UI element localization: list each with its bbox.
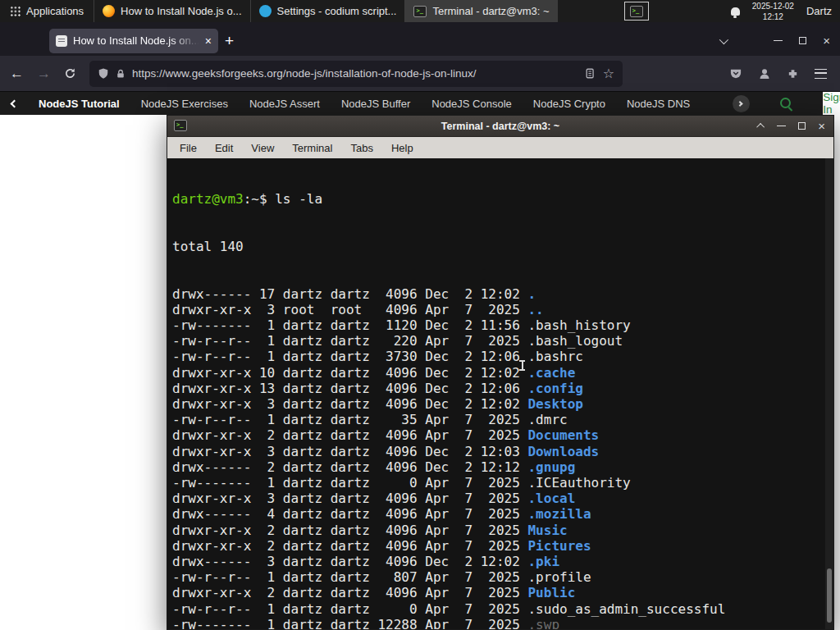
browser-tab[interactable]: How to Install Node.js on... × bbox=[49, 29, 218, 53]
terminal-close-button[interactable]: × bbox=[818, 120, 825, 132]
sitenav-item-nodejs-assert[interactable]: NodeJS Assert bbox=[249, 98, 320, 110]
terminal-listing-line: drwxr-xr-x 3 dartz dartz 4096 Dec 2 12:0… bbox=[172, 396, 824, 412]
tab-favicon-icon bbox=[56, 35, 67, 47]
terminal-listing-line: -rw-r--r-- 1 dartz dartz 807 Apr 7 2025 … bbox=[172, 569, 824, 585]
window-close-button[interactable]: × bbox=[823, 34, 830, 47]
subnav-scroll-right-button[interactable] bbox=[733, 95, 750, 112]
text-cursor-icon bbox=[522, 360, 523, 371]
back-button[interactable]: ← bbox=[10, 66, 24, 80]
firefox-icon bbox=[103, 5, 115, 17]
clock-time: 12:12 bbox=[752, 11, 794, 22]
terminal-listing-line: -rw-r--r-- 1 dartz dartz 0 Apr 7 2025 .s… bbox=[172, 601, 824, 617]
taskbar-item-label: Terminal - dartz@vm3: ~ bbox=[432, 5, 549, 17]
prompt-user-host: dartz@vm3 bbox=[172, 191, 244, 207]
terminal-listing-line: drwx------ 4 dartz dartz 4096 Apr 7 2025… bbox=[172, 506, 824, 522]
site-subnav: NodeJS Tutorial NodeJS Exercises NodeJS … bbox=[0, 92, 840, 115]
terminal-listing: drwx------ 17 dartz dartz 4096 Dec 2 12:… bbox=[172, 286, 824, 629]
terminal-menu-help[interactable]: Help bbox=[384, 139, 421, 157]
toolbar-icons bbox=[729, 67, 830, 80]
list-all-tabs-icon[interactable] bbox=[719, 34, 728, 43]
applications-label: Applications bbox=[26, 5, 84, 17]
window-controls: × bbox=[719, 34, 840, 47]
url-text[interactable]: https://www.geeksforgeeks.org/node-js/in… bbox=[132, 67, 578, 80]
user-menu[interactable]: Dartz bbox=[806, 5, 832, 17]
terminal-maximize-button[interactable] bbox=[798, 122, 806, 130]
terminal-menu-terminal[interactable]: Terminal bbox=[285, 139, 340, 157]
lock-icon[interactable] bbox=[116, 68, 126, 80]
terminal-listing-line: drwxr-xr-x 13 dartz dartz 4096 Dec 2 12:… bbox=[172, 381, 824, 396]
applications-grid-icon bbox=[10, 6, 21, 16]
terminal-listing-line: drwxr-xr-x 2 dartz dartz 4096 Apr 7 2025… bbox=[172, 585, 824, 600]
terminal-menu-file[interactable]: File bbox=[172, 139, 204, 157]
codium-icon bbox=[259, 5, 272, 17]
terminal-total-line: total 140 bbox=[172, 239, 824, 254]
terminal-title: Terminal - dartz@vm3: ~ bbox=[167, 116, 833, 137]
taskbar-item-codium[interactable]: Settings - codium script... bbox=[251, 0, 405, 22]
clock-date: 2025-12-02 bbox=[752, 1, 794, 11]
reader-mode-icon[interactable] bbox=[585, 67, 596, 80]
terminal-titlebar[interactable]: Terminal - dartz@vm3: ~ × bbox=[167, 116, 833, 137]
terminal-menu-edit[interactable]: Edit bbox=[208, 139, 240, 157]
terminal-window: Terminal - dartz@vm3: ~ × File Edit View… bbox=[167, 115, 834, 630]
forward-button[interactable]: → bbox=[37, 66, 51, 80]
sitenav-item-nodejs-console[interactable]: NodeJS Console bbox=[431, 98, 512, 110]
tab-title: How to Install Node.js on... bbox=[73, 34, 199, 47]
terminal-listing-line: drwxr-xr-x 2 dartz dartz 4096 Apr 7 2025… bbox=[172, 538, 824, 554]
terminal-icon bbox=[413, 6, 427, 17]
terminal-scrollbar-thumb[interactable] bbox=[827, 568, 832, 623]
desktop: Applications How to Install Node.js o...… bbox=[0, 0, 840, 630]
terminal-listing-line: drwx------ 17 dartz dartz 4096 Dec 2 12:… bbox=[172, 286, 824, 302]
terminal-listing-line: drwxr-xr-x 10 dartz dartz 4096 Dec 2 12:… bbox=[172, 365, 824, 381]
terminal-minimize-button[interactable] bbox=[777, 126, 786, 127]
taskbar-item-terminal[interactable]: Terminal - dartz@vm3: ~ bbox=[405, 0, 557, 22]
subnav-back-chevron-icon[interactable] bbox=[11, 99, 19, 107]
window-minimize-button[interactable] bbox=[774, 40, 783, 42]
terminal-menu-tabs[interactable]: Tabs bbox=[343, 139, 380, 157]
terminal-listing-line: drwxr-xr-x 2 dartz dartz 4096 Apr 7 2025… bbox=[172, 427, 824, 443]
top-panel: Applications How to Install Node.js o...… bbox=[0, 0, 840, 22]
terminal-icon bbox=[630, 6, 643, 17]
new-tab-button[interactable]: + bbox=[225, 33, 234, 48]
terminal-listing-line: drwxr-xr-x 3 dartz dartz 4096 Dec 2 12:0… bbox=[172, 444, 824, 459]
search-icon[interactable] bbox=[779, 97, 793, 111]
terminal-menu-view[interactable]: View bbox=[244, 139, 281, 157]
sitenav-item-nodejs-exercises[interactable]: NodeJS Exercises bbox=[141, 98, 228, 110]
pocket-icon[interactable] bbox=[729, 67, 742, 80]
sitenav-item-nodejs-dns[interactable]: NodeJS DNS bbox=[627, 98, 690, 110]
taskbar-item-firefox[interactable]: How to Install Node.js o... bbox=[94, 0, 249, 22]
reload-icon bbox=[64, 67, 76, 80]
terminal-scrollbar[interactable] bbox=[825, 158, 833, 629]
notification-bell-icon[interactable] bbox=[731, 7, 740, 16]
bookmark-star-icon[interactable]: ☆ bbox=[603, 67, 614, 80]
sitenav-item-nodejs-crypto[interactable]: NodeJS Crypto bbox=[533, 98, 605, 110]
navigation-toolbar: ← → https://www.geeksforgeeks.org/node-j… bbox=[0, 56, 840, 92]
sitenav-item-nodejs-tutorial[interactable]: NodeJS Tutorial bbox=[39, 98, 120, 110]
sign-in-button[interactable]: Sign In bbox=[823, 92, 840, 115]
prompt-suffix: :~$ bbox=[244, 191, 276, 207]
taskbar-item-label: Settings - codium script... bbox=[277, 5, 397, 17]
terminal-listing-line: -rw-r--r-- 1 dartz dartz 3730 Dec 2 12:0… bbox=[172, 349, 824, 364]
terminal-window-controls: × bbox=[759, 116, 825, 136]
terminal-listing-line: drwx------ 3 dartz dartz 4096 Dec 2 12:0… bbox=[172, 554, 824, 569]
reload-button[interactable] bbox=[64, 67, 76, 80]
terminal-prompt-line: dartz@vm3:~$ ls -la bbox=[172, 191, 824, 207]
account-icon[interactable] bbox=[758, 67, 771, 80]
sitenav-item-nodejs-buffer[interactable]: NodeJS Buffer bbox=[341, 98, 410, 110]
taskbar-item-label: How to Install Node.js o... bbox=[121, 5, 241, 17]
terminal-listing-line: -rw------- 1 dartz dartz 12288 Apr 7 202… bbox=[172, 617, 824, 629]
terminal-listing-line: -rw-r--r-- 1 dartz dartz 35 Apr 7 2025 .… bbox=[172, 412, 824, 427]
applications-menu[interactable]: Applications bbox=[0, 0, 94, 22]
tracking-shield-icon[interactable] bbox=[98, 67, 109, 80]
terminal-listing-line: drwxr-xr-x 3 dartz dartz 4096 Apr 7 2025… bbox=[172, 491, 824, 506]
tray-terminal-button[interactable] bbox=[624, 2, 649, 21]
window-maximize-button[interactable] bbox=[799, 37, 806, 44]
extensions-icon[interactable] bbox=[787, 67, 799, 80]
tab-bar: How to Install Node.js on... × + × bbox=[0, 22, 840, 56]
clock[interactable]: 2025-12-02 12:12 bbox=[752, 1, 794, 22]
menu-hamburger-icon[interactable] bbox=[815, 69, 827, 79]
url-bar[interactable]: https://www.geeksforgeeks.org/node-js/in… bbox=[89, 61, 623, 87]
tab-close-icon[interactable]: × bbox=[205, 35, 212, 47]
terminal-listing-line: -rw------- 1 dartz dartz 1120 Dec 2 11:5… bbox=[172, 317, 824, 333]
panel-right-cluster: 2025-12-02 12:12 Dartz bbox=[624, 0, 840, 22]
terminal-screen[interactable]: dartz@vm3:~$ ls -la total 140 drwx------… bbox=[167, 158, 833, 629]
